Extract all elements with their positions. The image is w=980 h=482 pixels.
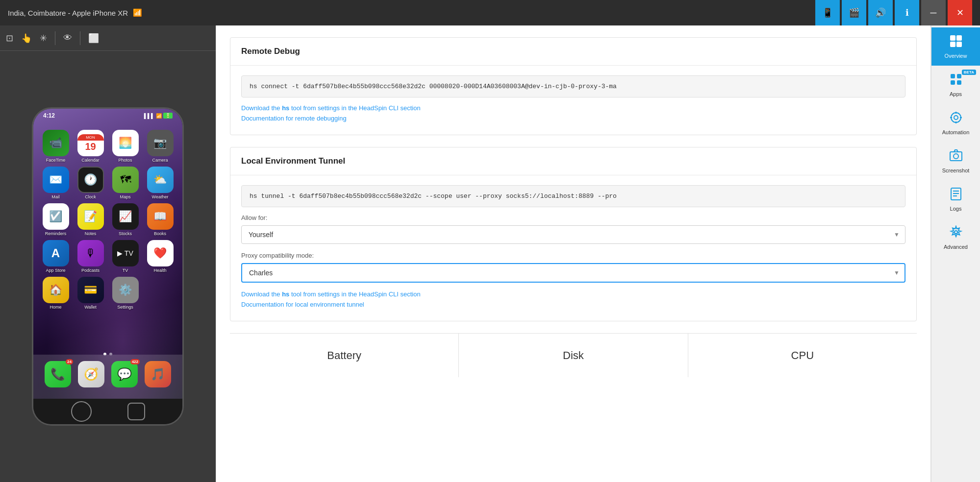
allow-for-wrapper: Yourself Everyone ▼: [241, 225, 905, 244]
phone-status-bar: 4:12 ▌▌▌ 📶 🔋: [33, 109, 182, 122]
weather-label: Weather: [152, 194, 169, 199]
app-camera[interactable]: 📷 Camera: [144, 130, 176, 163]
app-health[interactable]: ❤️ Health: [144, 240, 176, 273]
local-tunnel-command[interactable]: hs tunnel -t 6daff507b8ec4b55b098ccc568e…: [241, 185, 905, 207]
app-wallet[interactable]: 💳 Wallet: [74, 277, 107, 310]
battery-metric[interactable]: Battery: [230, 334, 459, 377]
remote-debug-link1[interactable]: Download the hs tool from settings in th…: [241, 104, 905, 112]
reminders-icon: ☑️: [43, 203, 69, 230]
local-tunnel-title: Local Environment Tunnel: [230, 147, 916, 175]
hs-bold-1: hs: [282, 104, 289, 112]
podcasts-icon: 🎙: [77, 240, 104, 266]
battery-status-icon: 🔋: [163, 113, 173, 119]
remote-debug-command[interactable]: hs connect -t 6daff507b8ec4b55b098ccc568…: [241, 75, 905, 97]
info-button[interactable]: ℹ: [895, 0, 919, 25]
metrics-bar: Battery Disk CPU: [230, 333, 917, 377]
local-tunnel-link2[interactable]: Documentation for local environment tunn…: [241, 301, 905, 308]
podcasts-label: Podcasts: [81, 268, 100, 273]
dock: 📞 24 🧭 💬 422 🎵: [33, 355, 182, 399]
clock-label: Clock: [85, 194, 96, 199]
wallet-icon: 💳: [77, 277, 104, 303]
fullscreen-icon[interactable]: ⬜: [88, 33, 99, 44]
notes-icon: 📝: [77, 203, 104, 230]
phone-frame: 4:12 ▌▌▌ 📶 🔋 📹 FaceTime: [32, 107, 184, 426]
app-maps[interactable]: 🗺 Maps: [109, 167, 142, 199]
local-tunnel-link1[interactable]: Download the hs tool from settings in th…: [241, 290, 905, 298]
recent-apps-button[interactable]: [127, 403, 145, 420]
app-weather[interactable]: ⛅ Weather: [144, 167, 176, 199]
device-button[interactable]: 📱: [815, 0, 840, 25]
signal-icon: ▌▌▌: [144, 113, 154, 119]
clock-icon: 🕐: [77, 167, 104, 193]
app-grid: 📹 FaceTime MON 19 Calendar 🌅: [33, 126, 182, 313]
dock-safari[interactable]: 🧭: [78, 361, 104, 387]
books-icon: 📖: [147, 203, 174, 230]
phone-toolbar: ⊡ 👆 ✳ 👁 ⬜: [0, 25, 216, 51]
sidebar-item-advanced[interactable]: Advanced: [931, 218, 980, 257]
phone-time: 4:12: [43, 112, 55, 119]
app-appletv[interactable]: ▶ TV TV: [109, 240, 142, 273]
main-layout: ⊡ 👆 ✳ 👁 ⬜ 4:12 ▌▌▌ 📶 🔋: [0, 25, 980, 482]
sidebar-item-automation[interactable]: Automation: [931, 104, 980, 142]
app-calendar[interactable]: MON 19 Calendar: [74, 130, 107, 163]
disk-metric[interactable]: Disk: [459, 334, 688, 377]
proxy-select[interactable]: Charles None Custom: [241, 263, 905, 283]
dock-phone[interactable]: 📞 24: [45, 361, 71, 387]
app-home[interactable]: 🏠 Home: [39, 277, 72, 310]
sidebar-item-overview[interactable]: Overview: [931, 27, 980, 66]
phone-badge: 24: [66, 359, 73, 364]
phone-screen[interactable]: 📹 FaceTime MON 19 Calendar 🌅: [33, 109, 182, 399]
svg-rect-7: [957, 80, 961, 85]
automation-label: Automation: [942, 129, 970, 135]
svg-rect-0: [950, 35, 955, 41]
minimize-button[interactable]: ─: [921, 0, 946, 25]
remote-debug-link2[interactable]: Documentation for remote debugging: [241, 115, 905, 122]
home-button[interactable]: [71, 401, 92, 422]
touch-icon[interactable]: 👆: [21, 33, 32, 44]
app-books[interactable]: 📖 Books: [144, 203, 176, 236]
close-button[interactable]: ✕: [948, 0, 972, 25]
app-facetime[interactable]: 📹 FaceTime: [39, 130, 72, 163]
app-reminders[interactable]: ☑️ Reminders: [39, 203, 72, 236]
wifi-status-icon: 📶: [156, 113, 162, 119]
record-button[interactable]: 🎬: [842, 0, 866, 25]
appletv-label: TV: [123, 268, 128, 273]
app-photos[interactable]: 🌅 Photos: [109, 130, 142, 163]
app-notes[interactable]: 📝 Notes: [74, 203, 107, 236]
dock-messages[interactable]: 💬 422: [111, 361, 138, 387]
automation-icon: [949, 111, 963, 127]
logs-icon: [949, 187, 963, 204]
photos-label: Photos: [118, 158, 132, 163]
settings-icon: ⚙️: [112, 277, 139, 303]
facetime-icon: 📹: [43, 130, 69, 156]
overview-icon: [949, 34, 963, 51]
gesture-icon[interactable]: ✳: [40, 33, 47, 44]
notes-label: Notes: [85, 231, 97, 236]
sidebar-item-apps[interactable]: BETA Apps: [931, 66, 980, 104]
cpu-metric[interactable]: CPU: [688, 334, 917, 377]
app-clock[interactable]: 🕐 Clock: [74, 167, 107, 199]
app-settings[interactable]: ⚙️ Settings: [109, 277, 142, 310]
apps-label: Apps: [950, 91, 962, 97]
app-mail[interactable]: ✉️ Mail: [39, 167, 72, 199]
settings-label: Settings: [117, 305, 133, 310]
title-text: India, Coimbatore - Apple iPhone XR 📶: [8, 8, 815, 17]
svg-rect-14: [950, 152, 962, 161]
volume-button[interactable]: 🔊: [868, 0, 893, 25]
app-appstore[interactable]: A App Store: [39, 240, 72, 273]
screenshot-icon: [949, 149, 963, 166]
svg-point-20: [955, 231, 957, 234]
app-stocks[interactable]: 📈 Stocks: [109, 203, 142, 236]
camera-label: Camera: [152, 158, 168, 163]
eye-icon[interactable]: 👁: [63, 33, 72, 43]
phone-panel: ⊡ 👆 ✳ 👁 ⬜ 4:12 ▌▌▌ 📶 🔋: [0, 25, 216, 482]
svg-rect-4: [951, 74, 955, 78]
dock-music[interactable]: 🎵: [145, 361, 171, 387]
appletv-icon: ▶ TV: [112, 240, 139, 266]
allow-for-select[interactable]: Yourself Everyone: [241, 225, 905, 244]
mirror-icon[interactable]: ⊡: [6, 33, 13, 44]
sidebar-item-logs[interactable]: Logs: [931, 180, 980, 218]
sidebar-item-screenshot[interactable]: Screenshot: [931, 142, 980, 180]
wallet-label: Wallet: [84, 305, 97, 310]
app-podcasts[interactable]: 🎙 Podcasts: [74, 240, 107, 273]
